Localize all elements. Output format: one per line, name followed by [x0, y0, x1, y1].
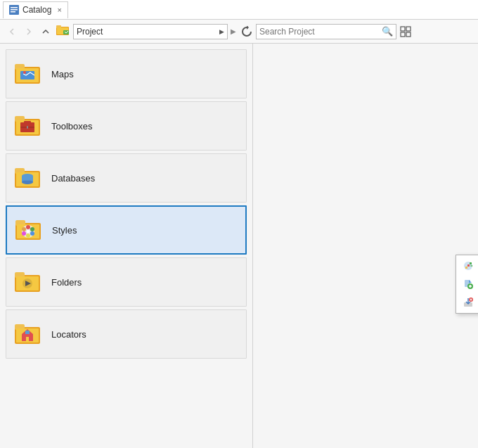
- new-menu-icon: [462, 278, 474, 290]
- context-menu-add[interactable]: Add ▶: [456, 257, 478, 275]
- layout-button[interactable]: [398, 24, 413, 39]
- locators-label: Locators: [51, 329, 86, 340]
- title-bar: Catalog ×: [0, 0, 478, 20]
- databases-folder-icon: [15, 164, 43, 192]
- refresh-button[interactable]: [239, 24, 254, 39]
- catalog-tab-label: Catalog: [22, 5, 51, 15]
- search-input[interactable]: [259, 27, 382, 37]
- svg-point-41: [22, 227, 26, 231]
- svg-rect-10: [406, 27, 411, 31]
- svg-point-40: [22, 231, 26, 236]
- forward-button[interactable]: [21, 24, 37, 39]
- catalog-item-toolboxes[interactable]: Toolboxes: [6, 101, 247, 151]
- catalog-tab[interactable]: Catalog ×: [3, 1, 68, 18]
- catalog-item-folders[interactable]: Folders: [6, 257, 247, 307]
- svg-point-38: [30, 231, 34, 236]
- locators-folder-icon: [15, 320, 43, 348]
- svg-rect-52: [25, 331, 30, 334]
- databases-label: Databases: [51, 173, 95, 184]
- folders-folder-icon: [15, 268, 43, 296]
- search-box: 🔍: [256, 24, 396, 39]
- up-button[interactable]: [38, 24, 53, 39]
- toolbar: Project ▶ ▶ 🔍: [0, 20, 478, 44]
- svg-point-37: [30, 227, 34, 231]
- svg-rect-1: [11, 7, 18, 8]
- add-menu-icon: [462, 260, 474, 272]
- main-content: Maps Toolboxes: [0, 44, 478, 448]
- svg-point-39: [26, 233, 30, 238]
- svg-point-36: [26, 225, 30, 229]
- catalog-item-styles[interactable]: Styles: [6, 205, 247, 255]
- svg-rect-54: [470, 262, 472, 264]
- toolboxes-folder-icon: [15, 112, 43, 140]
- svg-rect-3: [11, 11, 15, 13]
- svg-rect-9: [401, 27, 405, 31]
- breadcrumb-expand-icon: ▶: [219, 28, 224, 35]
- svg-point-42: [26, 229, 30, 233]
- maps-label: Maps: [51, 69, 74, 79]
- context-menu-new[interactable]: New ▶: [456, 275, 478, 293]
- breadcrumb-folder-icon: [56, 24, 70, 39]
- context-menu-import[interactable]: Import ▶: [456, 293, 478, 312]
- svg-rect-16: [20, 71, 34, 79]
- import-menu-icon: [462, 296, 474, 309]
- left-panel: Maps Toolboxes: [0, 44, 253, 448]
- styles-label: Styles: [52, 225, 77, 236]
- svg-rect-12: [406, 32, 411, 37]
- svg-rect-11: [401, 32, 405, 37]
- svg-rect-56: [465, 267, 467, 269]
- svg-rect-55: [467, 264, 470, 267]
- catalog-item-maps[interactable]: Maps: [6, 49, 247, 98]
- breadcrumb-dropdown[interactable]: Project ▶: [73, 24, 228, 39]
- folders-label: Folders: [51, 277, 82, 288]
- catalog-tab-close[interactable]: ×: [57, 6, 61, 14]
- breadcrumb-chevron-icon: ▶: [231, 27, 236, 35]
- search-icon: 🔍: [382, 26, 393, 37]
- svg-rect-24: [27, 126, 28, 129]
- back-button[interactable]: [4, 24, 20, 39]
- svg-point-17: [23, 71, 26, 74]
- right-panel: Add ▶ New ▶: [253, 44, 478, 448]
- maps-folder-icon: [15, 60, 43, 88]
- catalog-item-locators[interactable]: Locators: [6, 309, 247, 359]
- context-menu: Add ▶ New ▶: [456, 255, 478, 314]
- svg-rect-22: [24, 121, 31, 124]
- styles-folder-icon: [15, 216, 44, 244]
- breadcrumb-text: Project: [77, 27, 217, 37]
- toolboxes-label: Toolboxes: [51, 121, 93, 132]
- catalog-tab-icon: [9, 5, 19, 15]
- svg-rect-2: [11, 9, 18, 11]
- svg-point-31: [22, 177, 33, 181]
- catalog-item-databases[interactable]: Databases: [6, 153, 247, 203]
